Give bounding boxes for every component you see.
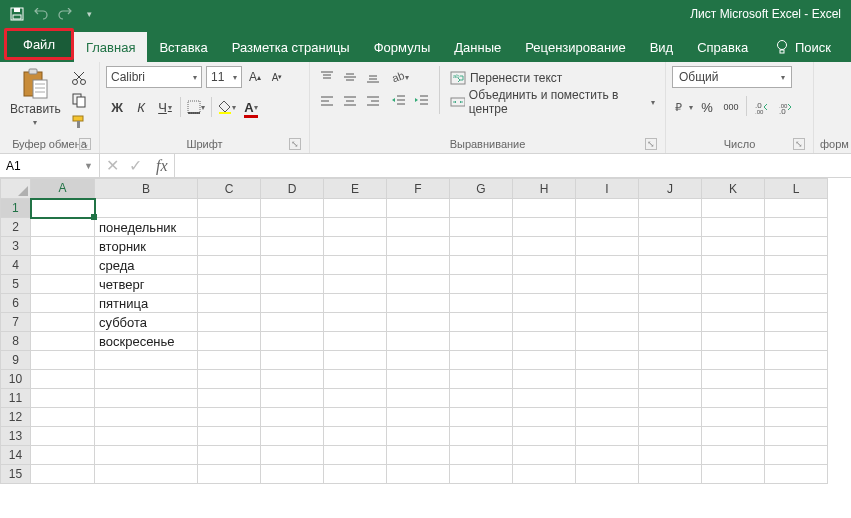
- cell[interactable]: [198, 465, 261, 484]
- cell[interactable]: [31, 237, 95, 256]
- cell[interactable]: [576, 408, 639, 427]
- column-header[interactable]: F: [387, 179, 450, 199]
- select-all-corner[interactable]: [1, 179, 31, 199]
- cell[interactable]: [261, 237, 324, 256]
- cell[interactable]: [576, 294, 639, 313]
- row-header[interactable]: 8: [1, 332, 31, 351]
- row-header[interactable]: 11: [1, 389, 31, 408]
- cell[interactable]: [95, 446, 198, 465]
- cell[interactable]: [324, 218, 387, 237]
- cell[interactable]: [261, 465, 324, 484]
- cell[interactable]: [576, 199, 639, 218]
- cell[interactable]: [702, 294, 765, 313]
- tab-insert[interactable]: Вставка: [147, 32, 219, 62]
- cell[interactable]: [387, 465, 450, 484]
- cell[interactable]: [198, 237, 261, 256]
- cell[interactable]: [513, 332, 576, 351]
- cell[interactable]: [576, 256, 639, 275]
- row-header[interactable]: 7: [1, 313, 31, 332]
- cell[interactable]: [702, 465, 765, 484]
- cell[interactable]: [639, 275, 702, 294]
- column-header[interactable]: J: [639, 179, 702, 199]
- percent-format-button[interactable]: %: [696, 96, 718, 118]
- cell[interactable]: [324, 446, 387, 465]
- row-header[interactable]: 6: [1, 294, 31, 313]
- cell[interactable]: [765, 199, 828, 218]
- column-header[interactable]: L: [765, 179, 828, 199]
- cell[interactable]: [765, 446, 828, 465]
- cell[interactable]: [387, 199, 450, 218]
- cell[interactable]: [31, 351, 95, 370]
- cell[interactable]: [576, 218, 639, 237]
- cell[interactable]: [639, 256, 702, 275]
- cell[interactable]: [198, 199, 261, 218]
- fill-color-button[interactable]: ▾: [216, 96, 238, 118]
- cell[interactable]: [31, 218, 95, 237]
- cell[interactable]: [513, 218, 576, 237]
- qat-customize-icon[interactable]: ▾: [80, 5, 98, 23]
- cell[interactable]: [702, 389, 765, 408]
- cell[interactable]: [95, 465, 198, 484]
- cell[interactable]: [324, 332, 387, 351]
- align-left-button[interactable]: [316, 90, 338, 112]
- cell[interactable]: [31, 370, 95, 389]
- cell[interactable]: [31, 389, 95, 408]
- cell[interactable]: [450, 408, 513, 427]
- cell[interactable]: [576, 465, 639, 484]
- cell[interactable]: [387, 313, 450, 332]
- cell[interactable]: [765, 408, 828, 427]
- cell[interactable]: [765, 332, 828, 351]
- cell[interactable]: среда: [95, 256, 198, 275]
- dialog-launcher-icon[interactable]: ⤡: [793, 138, 805, 150]
- name-box[interactable]: A1▼: [0, 154, 100, 177]
- cell[interactable]: [261, 351, 324, 370]
- cell[interactable]: [639, 313, 702, 332]
- undo-icon[interactable]: [32, 5, 50, 23]
- tab-formulas[interactable]: Формулы: [362, 32, 443, 62]
- cell[interactable]: [198, 313, 261, 332]
- cell[interactable]: [639, 351, 702, 370]
- cell[interactable]: [95, 389, 198, 408]
- cell[interactable]: [387, 332, 450, 351]
- cell[interactable]: [513, 313, 576, 332]
- cell[interactable]: [639, 218, 702, 237]
- align-center-button[interactable]: [339, 90, 361, 112]
- font-size-select[interactable]: 11▾: [206, 66, 242, 88]
- cell[interactable]: [702, 199, 765, 218]
- column-header[interactable]: B: [95, 179, 198, 199]
- cell[interactable]: [198, 218, 261, 237]
- align-top-button[interactable]: [316, 66, 338, 88]
- cell[interactable]: [639, 294, 702, 313]
- accounting-format-button[interactable]: ₽▾: [672, 96, 694, 118]
- row-header[interactable]: 14: [1, 446, 31, 465]
- cell[interactable]: суббота: [95, 313, 198, 332]
- column-header[interactable]: C: [198, 179, 261, 199]
- cell[interactable]: [450, 237, 513, 256]
- column-header[interactable]: E: [324, 179, 387, 199]
- cell[interactable]: [450, 446, 513, 465]
- align-bottom-button[interactable]: [362, 66, 384, 88]
- column-header[interactable]: K: [702, 179, 765, 199]
- cell[interactable]: [765, 313, 828, 332]
- cell[interactable]: [513, 351, 576, 370]
- cell[interactable]: [576, 237, 639, 256]
- cell[interactable]: [31, 275, 95, 294]
- font-color-button[interactable]: A▾: [240, 96, 262, 118]
- row-header[interactable]: 4: [1, 256, 31, 275]
- cell[interactable]: [450, 313, 513, 332]
- paste-button[interactable]: Вставить ▾: [6, 66, 65, 129]
- cell[interactable]: [261, 408, 324, 427]
- cell[interactable]: [513, 465, 576, 484]
- row-header[interactable]: 1: [1, 199, 31, 218]
- cell[interactable]: [324, 199, 387, 218]
- spreadsheet-grid[interactable]: ABCDEFGHIJKL12понедельник3вторник4среда5…: [0, 178, 851, 518]
- cell[interactable]: [450, 294, 513, 313]
- cell[interactable]: [513, 199, 576, 218]
- cell[interactable]: [450, 351, 513, 370]
- cell[interactable]: [702, 408, 765, 427]
- cell[interactable]: [387, 389, 450, 408]
- dialog-launcher-icon[interactable]: ⤡: [645, 138, 657, 150]
- cell[interactable]: [450, 427, 513, 446]
- cell[interactable]: [450, 275, 513, 294]
- cell[interactable]: [324, 351, 387, 370]
